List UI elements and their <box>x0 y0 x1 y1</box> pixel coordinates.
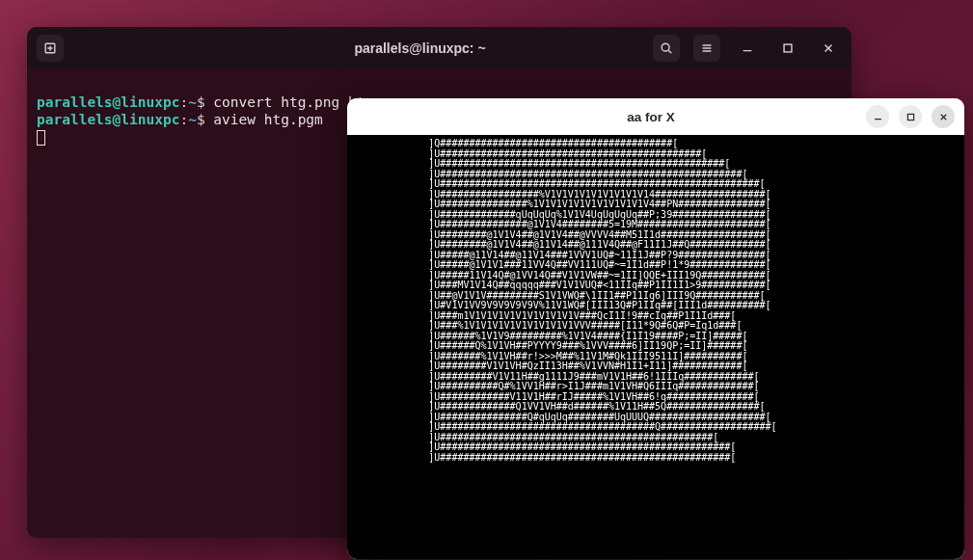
ascii-row: ]U###############%1V1V1V1V1V1V1V1V1V1V4#… <box>347 200 964 210</box>
ascii-row: ]U###MV1V14Q##qqqqq###V1V1VUQ#<11IIq##P1… <box>347 280 964 291</box>
terminal-minimize-button[interactable] <box>734 35 761 62</box>
aaview-maximize-button[interactable] <box>899 105 922 128</box>
terminal-cursor <box>37 130 45 146</box>
search-icon <box>660 41 673 55</box>
command-line: aview htg.pgm <box>213 112 323 127</box>
ascii-row: ]Q######################################… <box>347 139 964 149</box>
ascii-row: ]U######################################… <box>347 159 964 170</box>
search-button[interactable] <box>653 35 680 62</box>
maximize-icon <box>781 41 795 55</box>
svg-line-4 <box>668 50 671 53</box>
aaview-window: aa for X ]Q#############################… <box>347 98 964 559</box>
ascii-row: ]U######################################… <box>347 453 964 464</box>
aaview-titlebar[interactable]: aa for X <box>347 98 964 135</box>
aaview-minimize-button[interactable] <box>866 105 889 128</box>
new-tab-button[interactable] <box>37 35 64 62</box>
new-tab-icon <box>43 41 57 55</box>
ascii-row: ]U########V1V1VH#QzII13H##%V1VVN#H1I1+I1… <box>347 361 964 372</box>
maximize-icon <box>905 112 916 122</box>
terminal-titlebar[interactable]: parallels@linuxpc: ~ <box>27 27 851 69</box>
ascii-row: ]U###%1V1V1V1V1V1V1V1V1V1VVV#####[I11*9Q… <box>347 321 964 332</box>
ascii-row: ]U########@1V1V4##@11V14##@111V4Q##@F11I… <box>347 240 964 251</box>
hamburger-icon <box>700 41 714 55</box>
ascii-row: ]U#####@1V1V1###11VV4Q##VV111UQ#~=1I1d##… <box>347 260 964 271</box>
prompt-user: parallels@linuxpc <box>37 112 179 127</box>
aaview-close-button[interactable] <box>932 105 955 128</box>
ascii-row: ]U##########Q#%1VV1H##r>I1J###m1V1VH#Q6I… <box>347 382 964 392</box>
terminal-maximize-button[interactable] <box>774 35 801 62</box>
aaview-title: aa for X <box>453 110 849 124</box>
ascii-row: ]U###############@1V1V4########5=19M####… <box>347 220 964 230</box>
prompt-user: parallels@linuxpc <box>37 94 179 110</box>
close-icon <box>938 112 949 122</box>
svg-rect-9 <box>784 44 792 52</box>
ascii-row: ]U#####################################Q… <box>347 422 964 433</box>
minimize-icon <box>873 112 883 122</box>
ascii-row: ]U######Q%1V1VH##PYYYY9###%1VVV####6]II1… <box>347 341 964 352</box>
ascii-row: ]U#V1V1VV9V9V9V9V9V%11V1WQ#[III13Q#P1IIq… <box>347 301 964 311</box>
minimize-icon <box>741 41 754 55</box>
menu-button[interactable] <box>693 35 720 62</box>
terminal-title: parallels@linuxpc: ~ <box>210 40 630 56</box>
svg-point-3 <box>662 43 669 51</box>
ascii-row: ]U######################################… <box>347 442 964 453</box>
aaview-body: ]Q######################################… <box>347 135 964 559</box>
ascii-row: ]U######################################… <box>347 179 964 190</box>
ascii-row: ]U#############Q1VV1VH##d######%1V11H##5… <box>347 402 964 413</box>
svg-rect-13 <box>907 114 913 120</box>
terminal-close-button[interactable] <box>815 35 842 62</box>
close-icon <box>822 41 835 55</box>
